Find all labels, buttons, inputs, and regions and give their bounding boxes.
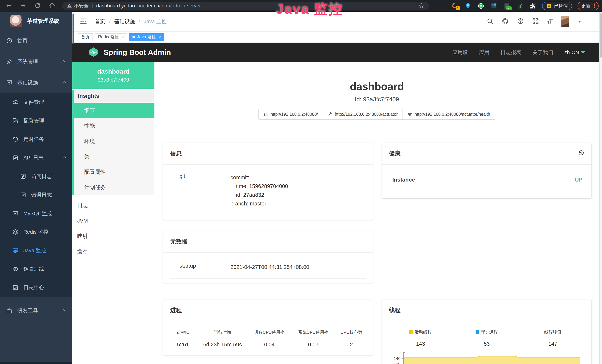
sidebar-item-error-log[interactable]: 错误日志	[0, 186, 72, 204]
sba-language-select[interactable]: zh-CN	[564, 50, 585, 55]
tab-redis-monitor[interactable]: Redis 监控 ×	[95, 33, 127, 41]
sidebar-item-label: API 日志	[23, 154, 43, 161]
health-instance-label: Instance	[389, 177, 415, 183]
page-scrollbar[interactable]	[599, 12, 602, 364]
info-card-title: 信息	[170, 150, 182, 157]
sidebar-item-log-center[interactable]: 日志中心	[0, 278, 72, 297]
extension-colorzilla-icon[interactable]: 1	[451, 2, 459, 10]
layers-icon	[12, 229, 19, 235]
sidebar-item-label: 基础设施	[17, 79, 38, 86]
service-url-button[interactable]: http://192.168.0.2:48080/	[258, 109, 323, 120]
fullscreen-icon[interactable]	[532, 18, 539, 25]
bookmark-star-icon[interactable]	[419, 3, 424, 9]
instance-url-group: http://192.168.0.2:48080/ http://192.168…	[154, 109, 599, 120]
sba-nav-about[interactable]: 关于我们	[532, 49, 553, 56]
sba-item-config-props[interactable]: 配置属性	[74, 164, 154, 180]
sidebar-item-api-log[interactable]: API 日志	[0, 149, 72, 167]
sidebar-item-infra[interactable]: 基础设施	[0, 73, 72, 93]
extension-squares-icon[interactable]	[490, 2, 498, 10]
sba-item-classes[interactable]: 类	[74, 149, 154, 164]
app-logo-row[interactable]: 芋道管理系统	[0, 12, 72, 31]
help-icon[interactable]	[517, 18, 524, 25]
sba-item-details[interactable]: 细节	[74, 103, 154, 118]
sba-item-environment[interactable]: 环境	[74, 134, 154, 149]
tab-label: Redis 监控	[98, 34, 119, 40]
sba-nav-journal[interactable]: 日志报表	[501, 49, 521, 56]
address-bar[interactable]: 不安全 dashboard.yudao.iocoder.cn /infra/ad…	[62, 2, 429, 10]
sidebar-item-mysql[interactable]: MySQL 监控	[0, 204, 72, 223]
browser-update-button[interactable]: 更新	[578, 2, 599, 10]
chevron-down-icon	[62, 308, 67, 314]
sidebar-item-trace[interactable]: 链路追踪	[0, 260, 72, 278]
sba-item-caches[interactable]: 缓存	[72, 244, 154, 259]
health-url-button[interactable]: http://192.168.0.2:48080/actuator/health	[402, 109, 495, 120]
chevron-up-icon	[62, 80, 67, 86]
search-icon[interactable]	[487, 18, 493, 25]
security-label: 不安全	[74, 3, 89, 9]
actuator-url-button[interactable]: http://192.168.0.2:48080/actuator	[323, 109, 403, 120]
breadcrumb-home[interactable]: 首页	[95, 18, 105, 25]
svg-text:y: y	[480, 4, 482, 8]
instance-id: Id: 93a3fc7f7409	[154, 96, 599, 103]
sidebar-item-system[interactable]: 系统管理	[0, 52, 72, 72]
extension-tampermonkey-icon[interactable]: on	[503, 2, 511, 10]
chevron-down-icon	[62, 59, 67, 65]
history-icon[interactable]	[578, 150, 584, 158]
sidebar-item-home[interactable]: 首页	[0, 31, 72, 51]
sba-nav-wall[interactable]: 应用墙	[452, 49, 468, 56]
sidebar-item-dev-tools[interactable]: 研发工具	[0, 300, 72, 321]
sidebar-item-job[interactable]: 定时任务	[0, 130, 72, 149]
browser-home-icon[interactable]	[49, 2, 55, 10]
sba-item-scheduled-tasks[interactable]: 计划任务	[74, 180, 154, 195]
sba-item-metrics[interactable]: 性能	[74, 118, 154, 134]
sidebar-item-java[interactable]: Java 监控	[0, 241, 72, 260]
browser-back-icon[interactable]	[6, 2, 12, 10]
annotation-java-monitor: Java 监控	[276, 0, 343, 19]
sba-nav-applications[interactable]: 应用	[479, 49, 489, 56]
tab-close-icon[interactable]: ×	[121, 35, 124, 39]
extensions-puzzle-icon[interactable]	[529, 2, 537, 10]
sidebar-item-file[interactable]: 文件管理	[0, 93, 72, 111]
sidebar-scrollbar-thumb[interactable]	[73, 13, 74, 44]
avatar-caret-icon[interactable]	[578, 21, 581, 23]
y-tick-140: 140	[394, 356, 400, 361]
eye-icon	[12, 266, 19, 272]
hamburger-icon[interactable]	[80, 17, 87, 26]
sba-item-jvm[interactable]: JVM	[72, 213, 154, 228]
sba-insights-label: Insights	[74, 90, 154, 102]
cpu-cores-value: 2	[335, 342, 367, 348]
extension-sprout-icon[interactable]	[516, 2, 524, 10]
cloud-upload-icon	[12, 99, 19, 105]
browser-reload-icon[interactable]	[34, 2, 41, 10]
sidebar-item-config[interactable]: 配置管理	[0, 111, 72, 130]
sba-app-header[interactable]: dashboard 93a3fc7f7409	[72, 62, 154, 89]
sidebar-item-access-log[interactable]: 访问日志	[0, 167, 72, 186]
profile-paused-pill[interactable]: 已暂停	[542, 2, 572, 10]
app-title: 芋道管理系统	[27, 17, 59, 25]
github-icon[interactable]	[502, 18, 509, 25]
health-card: 健康 Instance UP	[382, 143, 591, 198]
page: 不安全 dashboard.yudao.iocoder.cn /infra/ad…	[0, 0, 602, 364]
extension-on-badge: on	[505, 6, 512, 11]
heartbeat-icon	[408, 112, 412, 117]
page-scrollbar-thumb[interactable]	[600, 13, 602, 58]
legend-label: 守护进程	[481, 329, 498, 335]
extension-pin-icon[interactable]	[464, 2, 472, 10]
daemon-threads-value: 53	[454, 341, 520, 347]
process-card-title: 进程	[170, 306, 182, 314]
document-edit-icon	[20, 192, 26, 198]
browser-forward-icon[interactable]	[20, 2, 26, 10]
sba-item-mappings[interactable]: 映射	[72, 228, 154, 244]
tab-close-icon[interactable]: ×	[158, 35, 161, 39]
user-avatar[interactable]	[561, 16, 569, 27]
sidebar-item-redis[interactable]: Redis 监控	[0, 223, 72, 241]
git-id-line: id: 27aa832	[230, 191, 288, 199]
tab-home[interactable]: 首页	[78, 33, 93, 41]
emoji-face-icon	[546, 3, 552, 9]
sba-item-logs[interactable]: 日志	[72, 198, 154, 213]
threads-card-title: 线程	[389, 306, 400, 314]
active-threads-value: 143	[387, 341, 454, 347]
font-size-icon[interactable]: тT	[548, 18, 552, 25]
extension-green-circle-icon[interactable]: y	[477, 2, 485, 10]
tab-java-monitor[interactable]: Java 监控 ×	[129, 33, 164, 41]
